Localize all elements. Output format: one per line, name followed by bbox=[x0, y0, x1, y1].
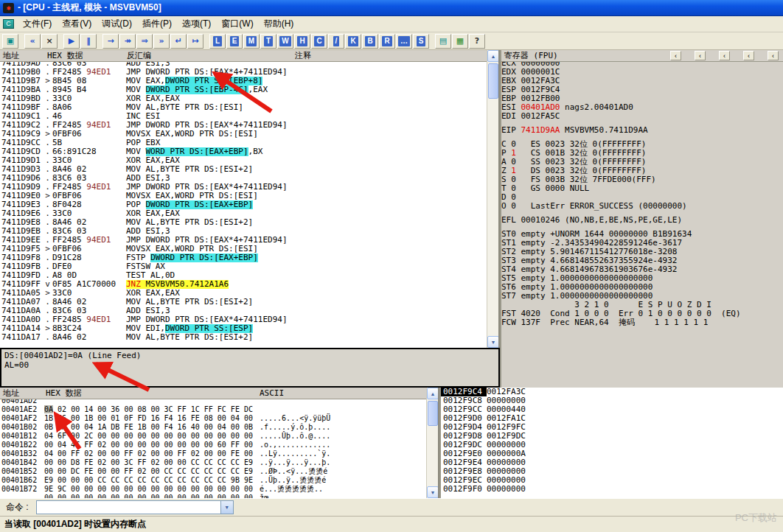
open-button[interactable]: ▣ bbox=[2, 34, 18, 49]
info-line[interactable]: DS:[00401AD2]=0A (Line Feed) bbox=[4, 351, 495, 360]
windows-window-button[interactable]: W bbox=[277, 34, 293, 49]
options-menu[interactable]: 选项(T) bbox=[177, 16, 216, 32]
column-header-address: 地址 bbox=[3, 388, 19, 399]
column-header-ascii: ASCII bbox=[260, 388, 284, 399]
handles-window-button[interactable]: H bbox=[294, 34, 310, 49]
register-line[interactable]: EIP 7411D9AA MSVBVM50.7411D9AA bbox=[501, 126, 783, 135]
run-button[interactable]: ▶ bbox=[63, 34, 80, 49]
call-stack-window-button[interactable]: K bbox=[345, 34, 361, 49]
register-line[interactable]: FCW 137F Prec NEAR,64 掩码 1 1 1 1 1 1 bbox=[501, 318, 783, 327]
toolbar: ▣«×▶‖→↠⇒»↵↦LEMTWHC/KBR…S▤▦? bbox=[0, 32, 783, 50]
run-to-return-button[interactable]: ↵ bbox=[170, 34, 187, 49]
go-to-button[interactable]: ↦ bbox=[187, 34, 203, 49]
cpu-window-icon[interactable]: C bbox=[3, 19, 14, 29]
pause-button[interactable]: ‖ bbox=[80, 34, 97, 49]
title-bar[interactable]: ✱ - [CPU - 主线程, 模块 - MSVBVM50] bbox=[0, 0, 783, 16]
registers-scroll-button[interactable]: ‹ bbox=[695, 51, 706, 60]
close-button[interactable]: × bbox=[41, 34, 58, 49]
stack-address: 0012F9F0 bbox=[441, 485, 487, 494]
help-button[interactable]: ? bbox=[469, 34, 485, 49]
memory-dump-pane: 地址 HEX 数据 ASCII 00401AD2 0A 02 00 14 00 … bbox=[0, 388, 439, 498]
debug-menu[interactable]: 调试(D) bbox=[97, 16, 137, 32]
command-label: 命令 : bbox=[6, 501, 29, 514]
cpu-window: 地址 HEX 数据 反汇编 注释 7411D9AA 8A46 02 MOV AL… bbox=[0, 50, 783, 498]
run-trace-window-button[interactable]: … bbox=[396, 34, 412, 49]
patches-window-button[interactable]: / bbox=[328, 34, 344, 49]
window-menu[interactable]: 窗口(W) bbox=[216, 16, 258, 32]
options-button[interactable]: ▤ bbox=[435, 34, 451, 49]
menu-bar: C 文件(F)查看(V)调试(D)插件(P)选项(T)窗口(W)帮助(H) bbox=[0, 16, 783, 32]
registers-pane-title: 寄存器 (FPU) bbox=[504, 50, 558, 61]
watermark: PC下载站 bbox=[735, 511, 777, 525]
restart-button[interactable]: « bbox=[24, 34, 41, 49]
window-title: - [CPU - 主线程, 模块 - MSVBVM50] bbox=[18, 1, 161, 14]
info-line[interactable]: AL=00 bbox=[4, 360, 495, 370]
source-window-button[interactable]: S bbox=[413, 34, 429, 49]
log-window-button[interactable]: L bbox=[209, 34, 226, 49]
references-window-button[interactable]: R bbox=[379, 34, 395, 49]
command-dropdown-button[interactable]: ▼ bbox=[220, 501, 233, 514]
stack-pane: 0012F9C4 0012FA3C 0012F9C8 00000000 0012… bbox=[441, 388, 783, 498]
scroll-up-button[interactable]: ▲ bbox=[487, 50, 499, 62]
command-combo[interactable]: ▼ bbox=[36, 500, 234, 514]
registers-scroll-button[interactable]: ‹ bbox=[768, 51, 779, 60]
stack-value: 00000000 bbox=[487, 485, 540, 494]
status-bar: 当读取 [00401AD2] 时设置内存断点 bbox=[0, 516, 783, 532]
disassembly-pane: 地址 HEX 数据 反汇编 注释 7411D9AA 8A46 02 MOV AL… bbox=[0, 50, 500, 348]
register-line[interactable]: O 0 LastErr ERROR_SUCCESS (00000000) bbox=[501, 202, 783, 211]
registers-pane-header: 寄存器 (FPU) ‹‹‹‹‹ bbox=[501, 50, 783, 62]
file-menu[interactable]: 文件(F) bbox=[18, 16, 57, 32]
info-pane: DS:[00401AD2]=0A (Line Feed)AL=00 bbox=[0, 348, 500, 388]
registers-scroll-button[interactable]: ‹ bbox=[719, 51, 730, 60]
help-menu[interactable]: 帮助(H) bbox=[259, 16, 299, 32]
column-header-disassembly: 反汇编 bbox=[127, 50, 151, 61]
register-line[interactable]: EDI 0012FA5C bbox=[501, 112, 783, 121]
column-header-hex: HEX 数据 bbox=[47, 50, 83, 61]
registers-scroll-button[interactable]: ‹ bbox=[670, 51, 681, 60]
scroll-thumb[interactable] bbox=[488, 63, 498, 99]
column-header-comment: 注释 bbox=[295, 50, 311, 61]
disasm-column-headers: 地址 HEX 数据 反汇编 注释 bbox=[0, 50, 498, 62]
step-over-button[interactable]: ↠ bbox=[119, 34, 136, 49]
scroll-thumb[interactable] bbox=[428, 401, 438, 426]
dump-scrollbar[interactable]: ▲ ▼ bbox=[426, 388, 438, 498]
modules-window-button[interactable]: E bbox=[226, 34, 243, 49]
disasm-scrollbar[interactable]: ▲ ▼ bbox=[487, 50, 498, 348]
register-line[interactable]: EFL 00010246 (NO,NB,E,BE,NS,PE,GE,LE) bbox=[501, 216, 783, 225]
step-into-button[interactable]: → bbox=[102, 34, 119, 49]
column-header-address: 地址 bbox=[3, 50, 19, 61]
command-bar: 命令 : ▼ bbox=[0, 498, 783, 516]
memory-window-button[interactable]: M bbox=[243, 34, 260, 49]
command-input[interactable] bbox=[37, 501, 220, 514]
plugins-menu[interactable]: 插件(P) bbox=[137, 16, 177, 32]
threads-window-button[interactable]: T bbox=[260, 34, 276, 49]
app-icon: ✱ bbox=[3, 3, 14, 13]
column-header-hex: HEX 数据 bbox=[46, 388, 82, 399]
scroll-up-button[interactable]: ▲ bbox=[427, 388, 439, 399]
appearance-button[interactable]: ▦ bbox=[452, 34, 468, 49]
stack-row[interactable]: 0012F9F0 00000000 bbox=[441, 485, 783, 494]
animate-into-button[interactable]: ⇒ bbox=[136, 34, 153, 49]
registers-pane: 寄存器 (FPU) ‹‹‹‹‹ EAX 00000000ECX 00000000… bbox=[501, 50, 783, 388]
view-menu[interactable]: 查看(V) bbox=[57, 16, 97, 32]
breakpoints-window-button[interactable]: B bbox=[362, 34, 378, 49]
status-message: 当读取 [00401AD2] 时设置内存断点 bbox=[4, 518, 146, 531]
register-line[interactable]: T 0 GS 0000 NULL bbox=[501, 184, 783, 193]
dump-column-headers: 地址 HEX 数据 ASCII bbox=[0, 388, 438, 399]
registers-scroll-button[interactable]: ‹ bbox=[743, 51, 754, 60]
animate-over-button[interactable]: » bbox=[153, 34, 170, 49]
cpu-window-button[interactable]: C bbox=[311, 34, 327, 49]
scroll-down-button[interactable]: ▼ bbox=[427, 486, 439, 498]
scroll-down-button[interactable]: ▼ bbox=[487, 336, 499, 348]
